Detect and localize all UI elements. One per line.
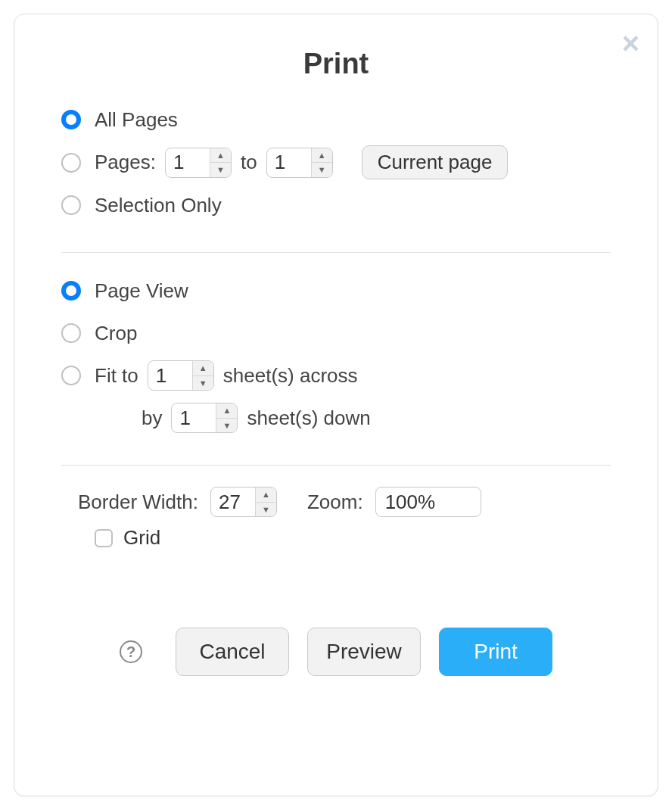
- pages-to-value: 1: [267, 148, 311, 177]
- label-page-view[interactable]: Page View: [95, 279, 188, 303]
- stepper-buttons: ▲ ▼: [255, 488, 276, 516]
- radio-crop[interactable]: [61, 323, 81, 343]
- label-all-pages[interactable]: All Pages: [95, 108, 178, 132]
- label-selection-only[interactable]: Selection Only: [95, 194, 222, 217]
- label-fit-by: by: [142, 407, 162, 430]
- label-to: to: [241, 151, 257, 174]
- range-row-pages: Pages: 1 ▲ ▼ to 1 ▲ ▼ Current page: [61, 145, 611, 179]
- step-up-icon[interactable]: ▲: [216, 403, 237, 419]
- step-down-icon[interactable]: ▼: [312, 163, 332, 177]
- label-sheets-across: sheet(s) across: [223, 364, 358, 388]
- cancel-button[interactable]: Cancel: [176, 628, 289, 676]
- label-grid[interactable]: Grid: [123, 526, 160, 550]
- range-section: All Pages Pages: 1 ▲ ▼ to 1 ▲ ▼: [61, 103, 611, 252]
- radio-fit-to[interactable]: [61, 366, 81, 385]
- stepper-buttons: ▲ ▼: [311, 148, 332, 177]
- close-icon[interactable]: ×: [622, 28, 639, 58]
- radio-all-pages[interactable]: [61, 110, 81, 129]
- view-row-page-view: Page View: [61, 274, 611, 307]
- step-up-icon[interactable]: ▲: [210, 148, 231, 164]
- settings-row-border-zoom: Border Width: 27 ▲ ▼ Zoom: 100%: [78, 487, 611, 517]
- stepper-buttons: ▲ ▼: [192, 361, 213, 390]
- radio-page-view[interactable]: [61, 281, 81, 301]
- step-down-icon[interactable]: ▼: [256, 503, 276, 517]
- settings-row-grid: Grid: [95, 526, 611, 550]
- radio-pages[interactable]: [61, 153, 81, 173]
- step-up-icon[interactable]: ▲: [312, 148, 332, 164]
- divider: [61, 465, 611, 466]
- stepper-buttons: ▲ ▼: [216, 403, 237, 432]
- zoom-value: 100%: [385, 491, 436, 514]
- grid-checkbox[interactable]: [95, 529, 113, 547]
- step-down-icon[interactable]: ▼: [210, 163, 231, 177]
- border-width-value: 27: [211, 488, 255, 516]
- dialog-footer: ? Cancel Preview Print: [14, 628, 658, 676]
- current-page-button[interactable]: Current page: [362, 145, 509, 179]
- pages-to-stepper[interactable]: 1 ▲ ▼: [266, 148, 333, 178]
- border-width-stepper[interactable]: 27 ▲ ▼: [210, 487, 277, 517]
- stepper-buttons: ▲ ▼: [210, 148, 231, 177]
- label-zoom: Zoom:: [307, 491, 363, 514]
- label-fit-to[interactable]: Fit to: [95, 364, 138, 388]
- print-dialog: × Print All Pages Pages: 1 ▲ ▼ to 1 ▲: [14, 14, 658, 796]
- label-pages[interactable]: Pages:: [95, 151, 156, 174]
- fit-across-value: 1: [148, 361, 192, 390]
- label-border-width: Border Width:: [78, 491, 198, 514]
- view-row-crop: Crop: [61, 316, 611, 350]
- radio-selection-only[interactable]: [61, 195, 81, 215]
- fit-down-value: 1: [172, 403, 216, 432]
- view-section: Page View Crop Fit to 1 ▲ ▼ sheet(s) acr…: [61, 274, 611, 465]
- step-down-icon[interactable]: ▼: [216, 419, 237, 433]
- pages-from-stepper[interactable]: 1 ▲ ▼: [165, 148, 232, 178]
- preview-button[interactable]: Preview: [307, 628, 421, 676]
- step-up-icon[interactable]: ▲: [193, 361, 213, 376]
- help-icon[interactable]: ?: [120, 640, 142, 663]
- print-button[interactable]: Print: [439, 628, 552, 676]
- step-up-icon[interactable]: ▲: [256, 488, 276, 503]
- label-crop[interactable]: Crop: [95, 322, 137, 345]
- range-row-selection-only: Selection Only: [61, 188, 611, 222]
- pages-from-value: 1: [166, 148, 210, 177]
- view-row-fit-by: by 1 ▲ ▼ sheet(s) down: [142, 401, 611, 435]
- range-row-all-pages: All Pages: [61, 103, 611, 136]
- zoom-input[interactable]: 100%: [375, 487, 481, 517]
- settings-section: Border Width: 27 ▲ ▼ Zoom: 100% Grid: [61, 487, 611, 571]
- step-down-icon[interactable]: ▼: [193, 376, 213, 391]
- view-row-fit-to: Fit to 1 ▲ ▼ sheet(s) across: [61, 359, 611, 392]
- divider: [61, 252, 611, 253]
- fit-across-stepper[interactable]: 1 ▲ ▼: [148, 360, 214, 391]
- label-sheets-down: sheet(s) down: [247, 407, 370, 430]
- fit-down-stepper[interactable]: 1 ▲ ▼: [171, 403, 238, 433]
- dialog-title: Print: [61, 48, 611, 80]
